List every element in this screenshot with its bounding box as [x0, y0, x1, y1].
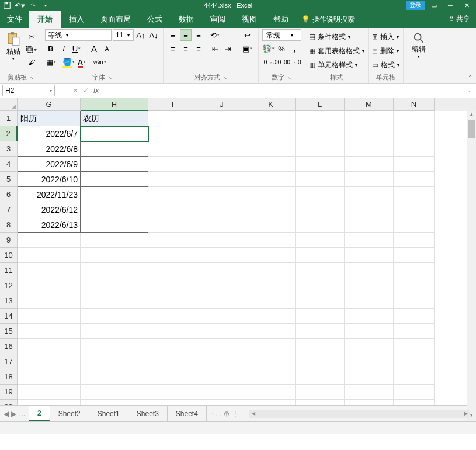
collapse-ribbon-icon[interactable]: ⌃: [468, 74, 472, 81]
cell[interactable]: [394, 324, 435, 339]
qat-more-icon[interactable]: ▾: [41, 1, 50, 10]
cell[interactable]: [296, 278, 345, 293]
cell[interactable]: 阳历: [18, 111, 81, 126]
cell[interactable]: [296, 263, 345, 278]
cell[interactable]: [394, 217, 435, 233]
font-dialog-launcher[interactable]: ↘: [107, 75, 112, 81]
align-bottom-icon[interactable]: ≡: [193, 29, 204, 41]
cell[interactable]: [394, 400, 435, 405]
cell[interactable]: [246, 187, 296, 202]
column-header[interactable]: L: [296, 98, 345, 111]
row-header[interactable]: 3: [0, 141, 18, 157]
paste-button[interactable]: 粘贴 ▾: [4, 29, 23, 72]
cell[interactable]: [148, 233, 197, 248]
cell[interactable]: [197, 202, 246, 217]
copy-icon[interactable]: ⿻▾: [26, 44, 37, 55]
cell[interactable]: [197, 248, 246, 263]
cell[interactable]: [18, 278, 81, 293]
underline-button[interactable]: U: [71, 43, 82, 54]
row-header[interactable]: 13: [0, 293, 18, 309]
bold-button[interactable]: B: [45, 43, 57, 54]
row-header[interactable]: 7: [0, 202, 18, 217]
cut-icon[interactable]: ✂: [26, 32, 37, 42]
cell[interactable]: [394, 233, 435, 248]
vertical-scrollbar[interactable]: ▴ ▾: [467, 111, 476, 405]
increase-indent-icon[interactable]: ⇥: [222, 43, 234, 54]
minimize-icon[interactable]: ─: [443, 2, 457, 9]
cell[interactable]: [246, 202, 296, 217]
cell-styles-button[interactable]: ▥ 单元格样式▾: [309, 58, 364, 71]
align-middle-icon[interactable]: ≡: [180, 29, 192, 41]
cell[interactable]: 2022/6/8: [18, 141, 81, 157]
delete-cells-button[interactable]: ⊟ 删除▾: [372, 44, 399, 57]
row-header[interactable]: 10: [0, 248, 18, 263]
fx-icon[interactable]: fx: [93, 86, 99, 95]
row-header[interactable]: 12: [0, 278, 18, 293]
name-box[interactable]: H2▾: [2, 85, 55, 96]
cell[interactable]: [296, 248, 345, 263]
sheet-tab[interactable]: Sheet2: [50, 406, 89, 421]
cell[interactable]: [18, 369, 81, 385]
row-header[interactable]: 20: [0, 400, 18, 405]
cell[interactable]: [246, 111, 296, 126]
align-center-icon[interactable]: ≡: [180, 43, 192, 54]
cell[interactable]: [394, 157, 435, 172]
cell[interactable]: [18, 385, 81, 400]
wrap-text-button[interactable]: ↩: [239, 29, 255, 41]
cell[interactable]: [18, 324, 81, 339]
cell[interactable]: [148, 141, 197, 157]
cell[interactable]: [148, 126, 197, 141]
cell[interactable]: [345, 187, 394, 202]
cell[interactable]: [246, 141, 296, 157]
font-name-select[interactable]: 等线▾: [45, 29, 112, 41]
cell[interactable]: [246, 217, 296, 233]
cell[interactable]: [296, 400, 345, 405]
cell[interactable]: [345, 126, 394, 141]
ribbon-tab[interactable]: 插入: [61, 11, 92, 28]
clipboard-dialog-launcher[interactable]: ↘: [29, 75, 34, 81]
cell[interactable]: [197, 309, 246, 324]
cell[interactable]: [148, 157, 197, 172]
orientation-icon[interactable]: ⟲: [209, 29, 221, 41]
select-all-corner[interactable]: [0, 98, 18, 111]
cell[interactable]: [148, 400, 197, 405]
cell[interactable]: [345, 172, 394, 187]
ribbon-tab[interactable]: 帮助: [265, 11, 297, 28]
cell[interactable]: [246, 354, 296, 369]
add-sheet-icon[interactable]: ⊕: [224, 410, 230, 418]
cell[interactable]: [345, 202, 394, 217]
cell[interactable]: [18, 354, 81, 369]
cell[interactable]: [394, 354, 435, 369]
cell[interactable]: [296, 385, 345, 400]
cell[interactable]: [81, 172, 148, 187]
cell[interactable]: [197, 339, 246, 354]
cell[interactable]: [148, 172, 197, 187]
cell[interactable]: [197, 324, 246, 339]
cell[interactable]: [394, 111, 435, 126]
ribbon-tab[interactable]: 开始: [29, 11, 61, 28]
cell[interactable]: [246, 263, 296, 278]
cell[interactable]: [148, 324, 197, 339]
cell[interactable]: [246, 324, 296, 339]
cell[interactable]: [345, 369, 394, 385]
tab-scroll-menu[interactable]: …: [19, 410, 26, 418]
cell[interactable]: [345, 141, 394, 157]
tab-scroll-left[interactable]: ◀: [4, 410, 9, 418]
cell[interactable]: [296, 354, 345, 369]
cell[interactable]: [246, 278, 296, 293]
cell[interactable]: [81, 369, 148, 385]
column-header[interactable]: G: [18, 98, 81, 111]
cell[interactable]: [246, 248, 296, 263]
cell[interactable]: [81, 233, 148, 248]
cell[interactable]: [81, 400, 148, 405]
cell[interactable]: [148, 278, 197, 293]
tab-overflow[interactable]: : …: [211, 410, 221, 417]
cell[interactable]: [296, 309, 345, 324]
format-cells-button[interactable]: ▭ 格式▾: [372, 58, 399, 71]
file-menu[interactable]: 文件: [0, 11, 29, 28]
cell[interactable]: [81, 141, 148, 157]
cell[interactable]: [148, 339, 197, 354]
percent-icon[interactable]: %: [276, 43, 287, 54]
ribbon-tab[interactable]: 公式: [139, 11, 171, 28]
cell[interactable]: [246, 385, 296, 400]
